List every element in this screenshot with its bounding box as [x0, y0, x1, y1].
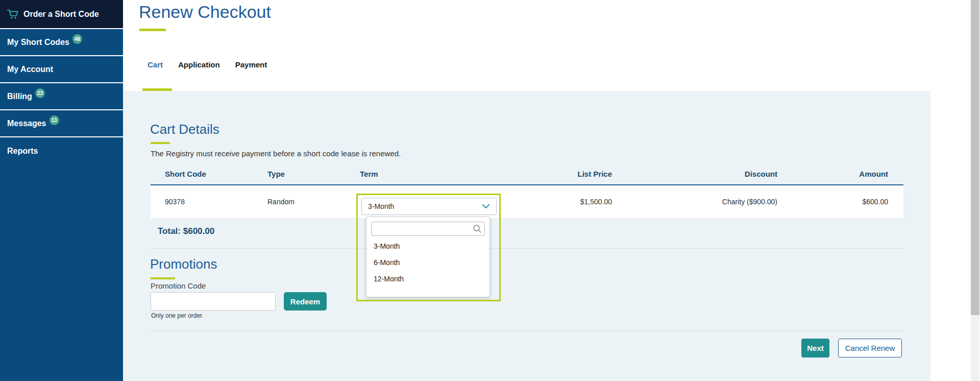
sidebar-item-messages[interactable]: Messages 13	[0, 110, 123, 137]
term-search-input[interactable]	[371, 222, 485, 236]
term-option-3-month[interactable]: 3-Month	[366, 238, 489, 254]
promotion-note: Only one per order.	[151, 312, 204, 319]
count-badge: 23	[35, 88, 45, 98]
sidebar-item-my-account[interactable]: My Account	[0, 56, 123, 83]
cart-total: Total: $600.00	[158, 226, 214, 236]
promotion-code-input[interactable]	[151, 292, 276, 311]
term-select[interactable]: 3-Month	[361, 198, 497, 215]
title-accent-underline	[139, 29, 166, 31]
table-row: 90378 Random $1,500.00 Charity ($900.00)…	[151, 185, 903, 218]
term-dropdown-panel: 3-Month 6-Month 12-Month	[366, 217, 490, 297]
sidebar-item-label: My Account	[7, 65, 53, 74]
cell-discount: Charity ($900.00)	[612, 185, 777, 218]
sidebar-item-label: Billing	[7, 92, 32, 101]
cart-icon	[7, 9, 18, 19]
sidebar-item-label: Messages	[7, 119, 46, 128]
sidebar-item-my-short-codes[interactable]: My Short Codes 48	[0, 29, 123, 56]
cart-table: Short Code Type Term List Price Discount…	[151, 170, 903, 218]
divider	[151, 248, 903, 249]
col-type: Type	[267, 170, 360, 185]
sidebar-item-billing[interactable]: Billing 23	[0, 83, 123, 110]
next-button[interactable]: Next	[801, 339, 829, 358]
col-term: Term	[360, 170, 531, 185]
promotions-accent-underline	[151, 277, 175, 279]
active-tab-underline	[142, 88, 172, 91]
promotion-code-label: Promotion Code	[151, 281, 206, 290]
col-short-code: Short Code	[151, 170, 267, 185]
term-dropdown-highlight-box: 3-Month 3-Month 6-Month 12-Month	[356, 194, 501, 301]
term-option-12-month[interactable]: 12-Month	[366, 271, 489, 287]
tab-cart[interactable]: Cart	[148, 60, 163, 69]
cell-type: Random	[267, 185, 360, 218]
sidebar-item-label: Order a Short Code	[23, 10, 99, 19]
tab-application[interactable]: Application	[178, 60, 220, 69]
cell-list-price: $1,500.00	[531, 185, 612, 218]
term-option-6-month[interactable]: 6-Month	[366, 254, 489, 271]
sidebar-item-order-a-short-code[interactable]: Order a Short Code	[0, 0, 123, 29]
sidebar: Order a Short Code My Short Codes 48 My …	[0, 0, 123, 381]
cell-short-code: 90378	[151, 185, 267, 218]
cart-note: The Registry must receive payment before…	[151, 149, 401, 158]
count-badge: 48	[72, 34, 82, 44]
count-badge: 13	[50, 115, 59, 125]
col-amount: Amount	[777, 170, 903, 185]
content-panel	[123, 91, 930, 381]
col-list-price: List Price	[531, 170, 612, 185]
chevron-down-icon	[482, 202, 490, 211]
table-header-row: Short Code Type Term List Price Discount…	[151, 170, 903, 185]
cart-details-heading: Cart Details	[150, 122, 219, 137]
cancel-renew-button[interactable]: Cancel Renew	[838, 339, 902, 358]
divider	[151, 330, 903, 331]
redeem-button[interactable]: Redeem	[284, 292, 327, 311]
cell-amount: $600.00	[777, 185, 903, 218]
search-icon	[473, 224, 482, 235]
sidebar-item-reports[interactable]: Reports	[0, 137, 123, 164]
promotions-heading: Promotions	[150, 256, 217, 272]
col-discount: Discount	[612, 170, 777, 185]
sidebar-item-label: Reports	[7, 147, 38, 156]
cart-heading-accent-underline	[151, 142, 170, 144]
vertical-scrollbar-thumb[interactable]	[971, 0, 979, 315]
sidebar-item-label: My Short Codes	[7, 38, 69, 47]
tab-bar: Cart Application Payment	[148, 60, 267, 69]
tab-payment[interactable]: Payment	[235, 60, 267, 69]
page-title: Renew Checkout	[139, 2, 271, 22]
term-select-value: 3-Month	[368, 202, 394, 210]
